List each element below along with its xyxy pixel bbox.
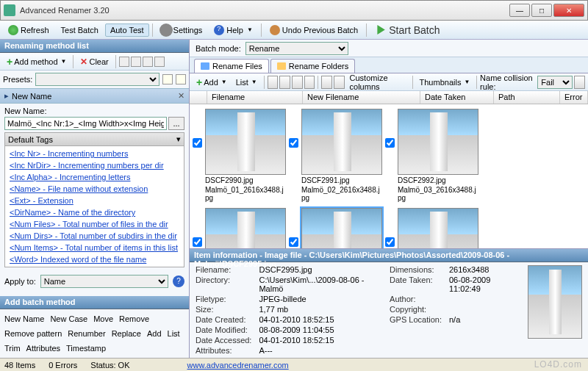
col-error[interactable]: Error (560, 91, 588, 104)
files-move-top[interactable] (268, 76, 279, 89)
folder-icon (201, 62, 209, 70)
file-item[interactable]: DSCF2995.jpg (289, 208, 382, 248)
batch-mode-select[interactable]: Rename (245, 42, 348, 55)
files-move-bottom[interactable] (304, 76, 315, 89)
toolbar-overflow[interactable] (574, 76, 585, 89)
tag-ext[interactable]: <Ext> - Extension (5, 195, 184, 206)
col-filename[interactable]: Filename (207, 91, 303, 104)
apply-help-icon[interactable]: ? (173, 275, 184, 287)
refresh-icon (8, 25, 18, 35)
uncheck-all[interactable] (334, 76, 345, 89)
file-item[interactable]: DSCF2990.jpg Malmö_01_2616x3488.jpg (193, 109, 286, 202)
preset-save-button[interactable] (176, 74, 186, 84)
website-link[interactable]: www.advancedrenamer.com (187, 361, 289, 370)
undo-icon (270, 25, 280, 35)
tag-word[interactable]: <Word> Indexed word of the file name (5, 253, 184, 265)
thumbnails-button[interactable]: Thumbnails▼ (416, 76, 474, 88)
batch-timestamp[interactable]: Timestamp (66, 342, 106, 355)
file-checkbox[interactable] (289, 237, 298, 247)
collision-select[interactable]: Fail (537, 76, 573, 89)
batch-add[interactable]: Add (147, 327, 162, 340)
batch-new-case[interactable]: New Case (50, 312, 87, 325)
start-batch-button[interactable]: Start Batch (370, 22, 445, 38)
window-title: Advanced Renamer 3.20 (20, 6, 509, 15)
preset-open-button[interactable] (162, 74, 173, 84)
clear-methods-button[interactable]: ✕Clear (76, 55, 112, 68)
tag-num-items[interactable]: <Num Items> - Total number of items in t… (5, 242, 184, 253)
col-date-taken[interactable]: Date Taken (420, 91, 494, 104)
new-name-label: New Name: (4, 107, 184, 115)
add-files-button[interactable]: +Add▼ (193, 75, 231, 90)
help-button[interactable]: Help▼ (209, 23, 258, 37)
batch-attributes[interactable]: Attributes (26, 342, 60, 355)
default-tags-header[interactable]: Default Tags▾ (4, 132, 184, 146)
file-checkbox[interactable] (289, 138, 298, 148)
new-name-input[interactable] (4, 117, 167, 130)
file-item[interactable]: DSCF2994.jpg (193, 208, 286, 248)
file-checkbox[interactable] (193, 138, 202, 148)
presets-select[interactable] (35, 73, 159, 86)
settings-button[interactable]: Settings (156, 23, 208, 37)
batch-remove-pattern[interactable]: Remove pattern (4, 327, 62, 340)
customize-columns-button[interactable]: Customize columns (346, 72, 409, 93)
status-errors: 0 Errors (49, 361, 77, 370)
refresh-button[interactable]: Refresh (3, 23, 54, 37)
file-checkbox[interactable] (385, 237, 395, 247)
undo-button[interactable]: Undo Previous Batch (265, 23, 363, 37)
thumbnail-image[interactable] (398, 109, 478, 175)
method-move-down[interactable] (143, 57, 153, 67)
status-text: Status: OK (90, 361, 129, 370)
thumbnail-image[interactable] (301, 208, 382, 248)
batch-list[interactable]: List (168, 327, 180, 340)
tag-name[interactable]: <Name> - File name without extension (5, 183, 184, 195)
file-item[interactable]: DSCF2996.jpg (385, 208, 478, 248)
file-newname: Malmö_03_2616x3488.jpg (398, 186, 478, 202)
method-close-icon[interactable]: ✕ (178, 91, 184, 101)
new-name-browse-button[interactable]: ... (168, 117, 184, 130)
thumbnail-image[interactable] (398, 208, 478, 248)
tag-dirname[interactable]: <DirName> - Name of the directory (5, 206, 184, 218)
add-batch-header: Add batch method (0, 296, 189, 309)
maximize-button[interactable]: □ (531, 4, 552, 17)
method-move-bottom[interactable] (154, 57, 165, 67)
info-preview-image (528, 265, 582, 339)
collision-label: Name collision rule: (480, 73, 536, 91)
batch-remove[interactable]: Remove (119, 312, 149, 325)
tag-inc-nrdir[interactable]: <Inc NrDir> - Incrementing numbers per d… (5, 159, 184, 171)
tag-num-files[interactable]: <Num Files> - Total number of files in t… (5, 218, 184, 230)
file-name: DSCF2992.jpg (398, 176, 478, 184)
tag-num-dirs[interactable]: <Num Dirs> - Total number of subdirs in … (5, 230, 184, 242)
method-move-up[interactable] (131, 57, 141, 67)
thumbnail-image[interactable] (205, 208, 286, 248)
tab-rename-folders[interactable]: Rename Folders (270, 59, 355, 73)
methods-toolbar: +Add method▼ ✕Clear (0, 53, 189, 71)
file-checkbox[interactable] (193, 237, 202, 247)
files-move-down[interactable] (292, 76, 303, 89)
method-header[interactable]: ▸ New Name ✕ (0, 88, 189, 104)
file-item[interactable]: DSCF2992.jpg Malmö_03_2616x3488.jpg (385, 109, 478, 202)
file-checkbox[interactable] (385, 138, 395, 148)
check-all[interactable] (321, 76, 332, 89)
files-move-up[interactable] (279, 76, 290, 89)
list-button[interactable]: List▼ (232, 76, 261, 88)
tag-inc-alpha[interactable]: <Inc Alpha> - Incrementing letters (5, 171, 184, 183)
thumbnail-image[interactable] (301, 109, 382, 175)
col-path[interactable]: Path (494, 91, 560, 104)
batch-renumber[interactable]: Renumber (68, 327, 105, 340)
test-batch-button[interactable]: Test Batch (56, 24, 104, 37)
file-item[interactable]: DSCF2991.jpg Malmö_02_2616x3488.jpg (289, 109, 382, 202)
batch-new-name[interactable]: New Name (4, 312, 44, 325)
batch-move[interactable]: Move (93, 312, 113, 325)
col-new-filename[interactable]: New Filename (303, 91, 420, 104)
tab-rename-files[interactable]: Rename Files (194, 59, 269, 73)
thumbnail-image[interactable] (205, 109, 286, 175)
auto-test-button[interactable]: Auto Test (105, 24, 149, 37)
batch-replace[interactable]: Replace (112, 327, 141, 340)
method-move-top[interactable] (119, 57, 129, 67)
batch-trim[interactable]: Trim (4, 342, 21, 355)
minimize-button[interactable]: — (509, 4, 530, 17)
close-button[interactable]: ✕ (553, 4, 584, 17)
apply-to-select[interactable]: Name (40, 275, 168, 288)
add-method-button[interactable]: +Add method▼ (3, 54, 70, 69)
tag-inc-nr[interactable]: <Inc Nr> - Incrementing numbers (5, 148, 184, 159)
